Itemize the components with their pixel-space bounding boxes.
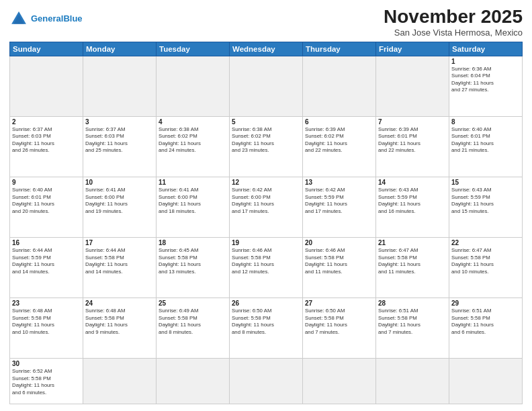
day-cell bbox=[376, 56, 449, 116]
day-info: Sunrise: 6:37 AM Sunset: 6:03 PM Dayligh… bbox=[85, 126, 154, 154]
day-info: Sunrise: 6:48 AM Sunset: 5:58 PM Dayligh… bbox=[12, 308, 81, 336]
day-cell: 2Sunrise: 6:37 AM Sunset: 6:03 PM Daylig… bbox=[10, 116, 83, 177]
day-cell: 6Sunrise: 6:39 AM Sunset: 6:02 PM Daylig… bbox=[303, 116, 376, 177]
day-cell: 3Sunrise: 6:37 AM Sunset: 6:03 PM Daylig… bbox=[83, 116, 157, 177]
day-cell: 27Sunrise: 6:50 AM Sunset: 5:58 PM Dayli… bbox=[303, 298, 376, 359]
day-info: Sunrise: 6:43 AM Sunset: 5:59 PM Dayligh… bbox=[451, 187, 520, 215]
day-number: 16 bbox=[12, 239, 81, 246]
day-number: 11 bbox=[159, 179, 227, 186]
day-cell: 15Sunrise: 6:43 AM Sunset: 5:59 PM Dayli… bbox=[449, 177, 523, 238]
day-cell: 19Sunrise: 6:46 AM Sunset: 5:58 PM Dayli… bbox=[230, 238, 303, 298]
day-cell: 13Sunrise: 6:42 AM Sunset: 5:59 PM Dayli… bbox=[303, 177, 376, 238]
day-cell: 24Sunrise: 6:48 AM Sunset: 5:58 PM Dayli… bbox=[83, 298, 157, 359]
day-cell: 21Sunrise: 6:47 AM Sunset: 5:58 PM Dayli… bbox=[376, 238, 449, 298]
day-number: 29 bbox=[451, 300, 520, 307]
week-row-4: 16Sunrise: 6:44 AM Sunset: 5:59 PM Dayli… bbox=[10, 238, 523, 298]
day-info: Sunrise: 6:39 AM Sunset: 6:01 PM Dayligh… bbox=[378, 126, 447, 154]
day-cell: 30Sunrise: 6:52 AM Sunset: 5:58 PM Dayli… bbox=[10, 359, 83, 404]
header-saturday: Saturday bbox=[449, 42, 523, 56]
day-cell: 26Sunrise: 6:50 AM Sunset: 5:58 PM Dayli… bbox=[230, 298, 303, 359]
day-cell: 28Sunrise: 6:51 AM Sunset: 5:58 PM Dayli… bbox=[376, 298, 449, 359]
day-cell bbox=[303, 56, 376, 116]
day-cell: 10Sunrise: 6:41 AM Sunset: 6:00 PM Dayli… bbox=[83, 177, 157, 238]
day-info: Sunrise: 6:50 AM Sunset: 5:58 PM Dayligh… bbox=[305, 308, 373, 336]
day-cell: 22Sunrise: 6:47 AM Sunset: 5:58 PM Dayli… bbox=[449, 238, 523, 298]
week-row-1: 1Sunrise: 6:36 AM Sunset: 6:04 PM Daylig… bbox=[10, 56, 523, 116]
day-number: 2 bbox=[12, 118, 81, 126]
day-info: Sunrise: 6:38 AM Sunset: 6:02 PM Dayligh… bbox=[159, 126, 227, 154]
week-row-5: 23Sunrise: 6:48 AM Sunset: 5:58 PM Dayli… bbox=[10, 298, 523, 359]
day-cell: 4Sunrise: 6:38 AM Sunset: 6:02 PM Daylig… bbox=[157, 116, 230, 177]
day-info: Sunrise: 6:47 AM Sunset: 5:58 PM Dayligh… bbox=[378, 247, 447, 275]
day-number: 26 bbox=[232, 300, 300, 307]
day-cell: 20Sunrise: 6:46 AM Sunset: 5:58 PM Dayli… bbox=[303, 238, 376, 298]
day-number: 1 bbox=[451, 58, 520, 65]
day-info: Sunrise: 6:40 AM Sunset: 6:01 PM Dayligh… bbox=[451, 126, 520, 154]
day-cell bbox=[10, 56, 83, 116]
day-cell bbox=[449, 359, 523, 404]
day-cell bbox=[157, 359, 230, 404]
day-info: Sunrise: 6:41 AM Sunset: 6:00 PM Dayligh… bbox=[159, 187, 227, 215]
logo-icon bbox=[9, 9, 28, 28]
day-number: 23 bbox=[12, 300, 81, 307]
day-cell: 17Sunrise: 6:44 AM Sunset: 5:58 PM Dayli… bbox=[83, 238, 157, 298]
header-tuesday: Tuesday bbox=[157, 42, 230, 56]
day-cell bbox=[83, 359, 157, 404]
day-number: 10 bbox=[85, 179, 154, 186]
location: San Jose Vista Hermosa, Mexico bbox=[384, 28, 523, 38]
week-row-6: 30Sunrise: 6:52 AM Sunset: 5:58 PM Dayli… bbox=[10, 359, 523, 404]
day-number: 24 bbox=[85, 300, 154, 307]
week-row-3: 9Sunrise: 6:40 AM Sunset: 6:01 PM Daylig… bbox=[10, 177, 523, 238]
day-info: Sunrise: 6:46 AM Sunset: 5:58 PM Dayligh… bbox=[305, 247, 373, 275]
day-cell: 8Sunrise: 6:40 AM Sunset: 6:01 PM Daylig… bbox=[449, 116, 523, 177]
day-number: 28 bbox=[378, 300, 447, 307]
day-number: 13 bbox=[305, 179, 373, 186]
day-info: Sunrise: 6:39 AM Sunset: 6:02 PM Dayligh… bbox=[305, 126, 373, 154]
day-cell bbox=[230, 359, 303, 404]
day-info: Sunrise: 6:42 AM Sunset: 5:59 PM Dayligh… bbox=[305, 187, 373, 215]
day-cell bbox=[376, 359, 449, 404]
day-number: 22 bbox=[451, 239, 520, 246]
day-info: Sunrise: 6:51 AM Sunset: 5:58 PM Dayligh… bbox=[378, 308, 447, 336]
day-info: Sunrise: 6:37 AM Sunset: 6:03 PM Dayligh… bbox=[12, 126, 81, 154]
logo-text: GeneralBlue bbox=[31, 14, 83, 24]
day-cell: 16Sunrise: 6:44 AM Sunset: 5:59 PM Dayli… bbox=[10, 238, 83, 298]
day-number: 15 bbox=[451, 179, 520, 186]
day-cell bbox=[157, 56, 230, 116]
day-cell: 11Sunrise: 6:41 AM Sunset: 6:00 PM Dayli… bbox=[157, 177, 230, 238]
day-info: Sunrise: 6:44 AM Sunset: 5:58 PM Dayligh… bbox=[85, 247, 154, 275]
day-number: 27 bbox=[305, 300, 373, 307]
day-info: Sunrise: 6:38 AM Sunset: 6:02 PM Dayligh… bbox=[232, 126, 300, 154]
day-cell: 7Sunrise: 6:39 AM Sunset: 6:01 PM Daylig… bbox=[376, 116, 449, 177]
calendar-table: Sunday Monday Tuesday Wednesday Thursday… bbox=[9, 42, 523, 404]
day-number: 30 bbox=[12, 360, 81, 367]
page: GeneralBlue November 2025 San Jose Vista… bbox=[0, 0, 532, 411]
day-info: Sunrise: 6:36 AM Sunset: 6:04 PM Dayligh… bbox=[451, 66, 520, 94]
day-number: 20 bbox=[305, 239, 373, 246]
day-number: 14 bbox=[378, 179, 447, 186]
logo: GeneralBlue bbox=[9, 9, 83, 28]
day-number: 21 bbox=[378, 239, 447, 246]
day-info: Sunrise: 6:49 AM Sunset: 5:58 PM Dayligh… bbox=[159, 308, 227, 336]
day-number: 6 bbox=[305, 118, 373, 126]
day-info: Sunrise: 6:42 AM Sunset: 6:00 PM Dayligh… bbox=[232, 187, 300, 215]
day-number: 17 bbox=[85, 239, 154, 246]
day-info: Sunrise: 6:44 AM Sunset: 5:59 PM Dayligh… bbox=[12, 247, 81, 275]
logo-blue: Blue bbox=[63, 13, 82, 24]
day-number: 19 bbox=[232, 239, 300, 246]
day-info: Sunrise: 6:52 AM Sunset: 5:58 PM Dayligh… bbox=[12, 368, 81, 396]
header-monday: Monday bbox=[83, 42, 157, 56]
header-row: Sunday Monday Tuesday Wednesday Thursday… bbox=[10, 42, 523, 56]
day-info: Sunrise: 6:40 AM Sunset: 6:01 PM Dayligh… bbox=[12, 187, 81, 215]
header-sunday: Sunday bbox=[10, 42, 83, 56]
day-cell: 12Sunrise: 6:42 AM Sunset: 6:00 PM Dayli… bbox=[230, 177, 303, 238]
day-number: 12 bbox=[232, 179, 300, 186]
day-number: 3 bbox=[85, 118, 154, 126]
day-info: Sunrise: 6:41 AM Sunset: 6:00 PM Dayligh… bbox=[85, 187, 154, 215]
day-number: 7 bbox=[378, 118, 447, 126]
title-block: November 2025 San Jose Vista Hermosa, Me… bbox=[384, 7, 523, 38]
month-title: November 2025 bbox=[384, 7, 523, 28]
day-cell: 23Sunrise: 6:48 AM Sunset: 5:58 PM Dayli… bbox=[10, 298, 83, 359]
day-cell bbox=[303, 359, 376, 404]
day-cell: 29Sunrise: 6:51 AM Sunset: 5:58 PM Dayli… bbox=[449, 298, 523, 359]
